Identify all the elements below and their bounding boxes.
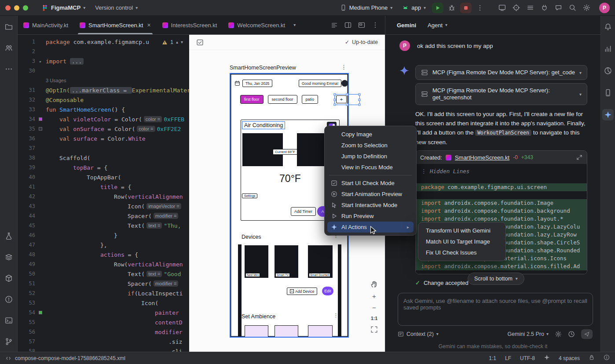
tool-bell-button[interactable] xyxy=(602,21,614,33)
created-file-link[interactable]: SmartHomeScreen.kt xyxy=(455,154,509,161)
code-editor[interactable]: 1 ▴ ▾ 1package com.example.figmamcp.u23▸… xyxy=(18,35,189,352)
preview-menu-icon[interactable]: ⋮ xyxy=(341,64,347,70)
zoom-out-button[interactable]: − xyxy=(372,304,376,311)
tool-branch-button[interactable] xyxy=(3,336,15,347)
device-tile[interactable]: Smart Doorbell xyxy=(308,245,333,278)
hidden-tabs-dropdown[interactable]: ▾ xyxy=(291,16,298,34)
titlebar-plugins-button[interactable] xyxy=(538,3,550,13)
selection-handle[interactable] xyxy=(346,94,348,96)
tool-layers-button[interactable] xyxy=(3,251,15,263)
color-swatch[interactable] xyxy=(39,117,42,121)
ambience-tile[interactable] xyxy=(245,325,268,338)
device-tile[interactable]: Smart TV xyxy=(275,245,298,278)
tool-folder-button[interactable] xyxy=(3,21,15,33)
zoom-ratio[interactable]: 1:1 xyxy=(371,316,377,321)
vcs-widget[interactable]: Version control ▾ xyxy=(92,3,141,13)
tool-people-button[interactable] xyxy=(3,42,15,54)
tool-call-card[interactable]: MCP (Figma Remote Dev Mode MCP Server): … xyxy=(415,65,587,80)
editor-tab[interactable]: WelcomeScreen.kt xyxy=(223,16,291,34)
preview-title[interactable]: SmartHomeScreenPreview xyxy=(230,65,296,71)
add-timer-button[interactable]: Add Timer xyxy=(291,207,316,216)
titlebar-search-button[interactable] xyxy=(567,3,578,13)
gemini-settings-icon[interactable] xyxy=(555,331,562,338)
tool-terminal-button[interactable] xyxy=(3,315,15,326)
selection-handle[interactable] xyxy=(359,104,361,106)
tool-spark-button[interactable] xyxy=(602,109,614,120)
status-spark-item[interactable] xyxy=(544,354,550,362)
selection-handle[interactable] xyxy=(334,98,336,101)
context-chip[interactable]: Context (2) ▾ xyxy=(398,331,439,337)
tool-pie-button[interactable] xyxy=(602,65,614,76)
menu-item[interactable]: Jump to Definition xyxy=(327,151,414,162)
submenu-item[interactable]: Fix UI Check Issues xyxy=(421,247,503,258)
status-item[interactable]: 4 spaces xyxy=(559,355,580,361)
next-issue-icon[interactable]: ▾ xyxy=(181,40,183,44)
titlebar-monitor-button[interactable] xyxy=(496,3,508,13)
tool-call-card[interactable]: MCP (Figma Remote Dev Mode MCP Server): … xyxy=(415,83,587,105)
stop-button[interactable] xyxy=(460,3,472,13)
selection-handle[interactable] xyxy=(334,104,336,106)
editor-tab[interactable]: MainActivity.kt xyxy=(18,16,74,34)
status-item[interactable]: 1:1 xyxy=(489,355,496,361)
ambience-menu-icon[interactable]: ⋮ xyxy=(333,313,338,318)
status-file-name[interactable]: compose-compose-model-1758866285245.xml xyxy=(15,355,125,361)
debug-button[interactable] xyxy=(446,3,458,13)
zoom-in-button[interactable]: + xyxy=(372,293,376,299)
menu-item[interactable]: View in Focus Mode xyxy=(327,162,414,173)
run-button[interactable] xyxy=(432,3,443,13)
add-floor-button[interactable]: + xyxy=(336,95,347,103)
editor-tab[interactable]: SmartHomeScreen.kt× xyxy=(74,16,156,34)
design-view-icon[interactable] xyxy=(358,22,365,29)
floor-tab[interactable]: second floor xyxy=(268,95,297,104)
tool-flask-button[interactable] xyxy=(3,230,15,242)
project-widget[interactable]: FigmaMCP ▾ xyxy=(38,3,89,13)
ambience-tile[interactable] xyxy=(308,325,333,338)
device-selector[interactable]: Medium Phone ▾ xyxy=(337,3,396,13)
floor-tab[interactable]: first floor xyxy=(240,95,264,104)
color-swatch[interactable] xyxy=(39,311,42,314)
more-run-actions-button[interactable] xyxy=(474,3,486,13)
titlebar-chat-button[interactable] xyxy=(553,3,564,13)
titlebar-gear-button[interactable] xyxy=(581,3,592,13)
model-selector[interactable]: Gemini 2.5 Pro ▾ xyxy=(508,331,549,337)
selection-box[interactable]: + xyxy=(334,94,360,105)
titlebar-menulines-button[interactable] xyxy=(524,3,536,13)
fold-icon[interactable]: ▸ xyxy=(39,59,42,64)
scroll-to-bottom-button[interactable]: Scroll to bottom ▾ xyxy=(468,273,524,285)
history-icon[interactable] xyxy=(568,331,575,338)
tool-problem-button[interactable] xyxy=(3,294,15,305)
expand-icon[interactable] xyxy=(576,154,582,160)
status-info-item[interactable] xyxy=(604,354,610,362)
selection-handle[interactable] xyxy=(359,94,361,96)
add-device-button[interactable]: + Add Device xyxy=(287,288,317,295)
editor-tab[interactable]: InterestsScreen.kt xyxy=(157,16,223,34)
code-vision-hint[interactable]: 3 Usages xyxy=(18,76,189,85)
edit-button[interactable]: Edit xyxy=(322,287,333,295)
close-window-button[interactable] xyxy=(5,5,11,11)
editor-options-icon[interactable] xyxy=(372,22,379,29)
status-lock-item[interactable] xyxy=(589,354,595,362)
zoom-to-fit-icon[interactable] xyxy=(370,326,378,333)
ambience-tile[interactable] xyxy=(275,325,298,338)
submenu-item[interactable]: Transform UI with Gemini xyxy=(421,225,503,236)
hidden-lines-row[interactable]: ⋮ Hidden Lines xyxy=(416,167,587,175)
menu-item[interactable]: Start UI Check Mode xyxy=(327,178,414,189)
gemini-prompt-input[interactable] xyxy=(398,293,593,326)
menu-item[interactable]: Zoom to Selection xyxy=(327,140,414,151)
agent-mode-dropdown[interactable]: Agent ▾ xyxy=(428,22,447,29)
tool-chart-button[interactable] xyxy=(602,43,614,55)
menu-item[interactable]: Copy Image xyxy=(327,129,414,140)
preview-mode-icon[interactable] xyxy=(196,39,204,46)
status-item[interactable]: UTF-8 xyxy=(520,355,535,361)
tool-dots-button[interactable] xyxy=(3,63,15,75)
menu-item[interactable]: Start Animation Preview xyxy=(327,189,414,200)
pan-icon[interactable] xyxy=(370,280,378,288)
user-profile-avatar[interactable]: P xyxy=(599,3,610,13)
minimize-window-button[interactable] xyxy=(14,5,19,11)
close-tab-icon[interactable]: × xyxy=(147,22,150,29)
tool-cube-button[interactable] xyxy=(3,273,15,284)
zoom-window-button[interactable] xyxy=(23,5,28,11)
selection-handle[interactable] xyxy=(346,104,348,106)
settings-chip[interactable]: Settings xyxy=(242,193,257,198)
split-view-icon[interactable] xyxy=(344,22,351,29)
